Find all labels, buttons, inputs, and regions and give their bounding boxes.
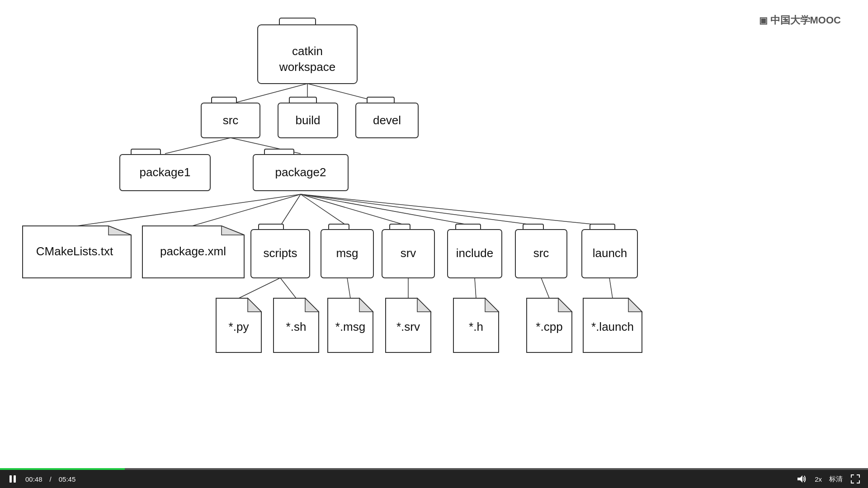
svg-text:*.srv: *.srv xyxy=(396,320,420,333)
include-node: include xyxy=(448,224,502,278)
svg-line-6 xyxy=(192,194,301,226)
svg-text:devel: devel xyxy=(373,113,401,127)
svg-text:srv: srv xyxy=(401,246,416,260)
svg-marker-73 xyxy=(417,298,431,312)
svg-text:src: src xyxy=(533,246,549,260)
svg-text:include: include xyxy=(456,246,493,260)
cpp-file-node: *.cpp xyxy=(527,298,572,352)
svg-line-8 xyxy=(301,194,347,226)
svg-marker-64 xyxy=(248,298,261,312)
svg-rect-84 xyxy=(9,475,12,483)
svg-text:CMakeLists.txt: CMakeLists.txt xyxy=(36,244,113,258)
src-level1-node: src xyxy=(201,97,260,138)
svg-marker-43 xyxy=(222,226,244,235)
msg-file-node: *.msg xyxy=(328,298,373,352)
srv-node: srv xyxy=(382,224,434,278)
svg-line-14 xyxy=(280,278,296,298)
package1-node: package1 xyxy=(120,149,210,191)
svg-text:workspace: workspace xyxy=(279,60,335,74)
time-separator: / xyxy=(50,475,52,483)
svg-line-10 xyxy=(301,194,475,226)
svg-line-12 xyxy=(301,194,609,226)
scripts-node: scripts xyxy=(251,224,310,278)
quality-label[interactable]: 标清 xyxy=(829,475,843,483)
svg-marker-67 xyxy=(305,298,319,312)
src-inner-node: src xyxy=(515,224,567,278)
svg-text:package1: package1 xyxy=(140,165,191,179)
launch-node: launch xyxy=(582,224,637,278)
devel-node: devel xyxy=(356,97,418,138)
build-node: build xyxy=(278,97,338,138)
svg-text:*.sh: *.sh xyxy=(286,320,307,333)
speed-label[interactable]: 2x xyxy=(815,475,822,483)
controls-bar: 00:48 / 05:45 2x 标清 xyxy=(0,470,868,488)
svg-marker-40 xyxy=(108,226,131,235)
svg-line-11 xyxy=(301,194,541,226)
launch-file-node: *.launch xyxy=(583,298,642,352)
svg-text:scripts: scripts xyxy=(263,246,297,260)
svg-text:src: src xyxy=(223,113,239,127)
svg-marker-86 xyxy=(797,475,802,483)
total-time: 05:45 xyxy=(59,475,76,483)
svg-text:launch: launch xyxy=(593,246,627,260)
svg-text:catkin: catkin xyxy=(292,44,323,58)
pause-button[interactable] xyxy=(7,474,18,484)
current-time: 00:48 xyxy=(25,475,42,483)
py-file-node: *.py xyxy=(216,298,261,352)
svg-marker-76 xyxy=(485,298,499,312)
svg-line-5 xyxy=(77,194,301,226)
svg-line-15 xyxy=(347,278,350,298)
packagexml-node: package.xml xyxy=(142,226,244,278)
svg-rect-85 xyxy=(14,475,16,483)
package2-node: package2 xyxy=(253,149,348,191)
svg-text:*.launch: *.launch xyxy=(591,320,634,333)
main-content: ▣ 中国大学MOOC xyxy=(0,0,868,470)
svg-line-13 xyxy=(239,278,280,298)
h-file-node: *.h xyxy=(453,298,499,352)
svg-text:package2: package2 xyxy=(275,165,326,179)
catkin-node: catkin workspace xyxy=(258,18,357,84)
svg-line-19 xyxy=(609,278,613,298)
svg-text:*.msg: *.msg xyxy=(335,320,365,333)
svg-text:*.h: *.h xyxy=(469,320,483,333)
svg-marker-79 xyxy=(558,298,572,312)
svg-text:*.cpp: *.cpp xyxy=(536,320,562,333)
diagram: catkin workspace src build devel package… xyxy=(0,0,868,452)
svg-text:build: build xyxy=(296,113,321,127)
svg-text:package.xml: package.xml xyxy=(160,244,226,258)
svg-text:msg: msg xyxy=(336,246,358,260)
svg-text:*.py: *.py xyxy=(229,320,249,333)
cmakelists-node: CMakeLists.txt xyxy=(23,226,131,278)
svg-marker-70 xyxy=(359,298,373,312)
volume-button[interactable] xyxy=(796,474,807,484)
svg-line-9 xyxy=(301,194,408,226)
svg-marker-82 xyxy=(628,298,642,312)
srv-file-node: *.srv xyxy=(386,298,431,352)
sh-file-node: *.sh xyxy=(274,298,319,352)
svg-line-3 xyxy=(165,138,231,154)
svg-line-17 xyxy=(475,278,476,298)
fullscreen-button[interactable] xyxy=(850,474,861,484)
svg-line-18 xyxy=(541,278,549,298)
msg-node: msg xyxy=(321,224,373,278)
